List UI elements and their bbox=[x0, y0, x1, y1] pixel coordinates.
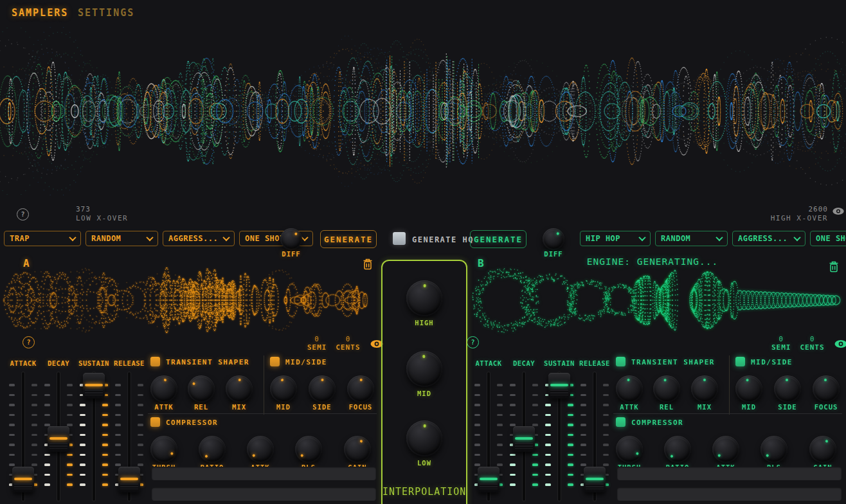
generate-hq-checkbox[interactable] bbox=[393, 232, 406, 245]
knob-rel[interactable] bbox=[653, 375, 680, 402]
dropdown-aggress-[interactable]: AGGRESS... bbox=[732, 231, 806, 246]
mid-side-toggle[interactable] bbox=[735, 357, 745, 366]
fader-tick bbox=[32, 434, 37, 437]
fader-handle-decay[interactable] bbox=[513, 426, 535, 452]
fader-tick bbox=[138, 394, 143, 397]
fader-tick bbox=[115, 424, 121, 426]
knob-rel[interactable] bbox=[188, 375, 215, 402]
cents-control-b[interactable]: 0CENTS bbox=[800, 335, 825, 352]
fader-tick bbox=[545, 454, 551, 456]
knob-mix[interactable] bbox=[691, 375, 718, 402]
knob-side[interactable] bbox=[774, 375, 801, 402]
mid-side-title: MID/SIDE bbox=[285, 358, 327, 366]
generator-a-dropdowns: TRAPRANDOMAGGRESS...ONE SHOT bbox=[4, 231, 313, 246]
dropdown-one-shot[interactable]: ONE SHOT bbox=[810, 231, 846, 246]
fader-tick bbox=[568, 424, 573, 426]
knob-attk[interactable] bbox=[150, 375, 177, 402]
fader-tick bbox=[115, 464, 121, 466]
generate-a-button[interactable]: GENERATE bbox=[320, 230, 377, 248]
knob-gain[interactable] bbox=[344, 436, 371, 463]
fader-handle-decay[interactable] bbox=[48, 426, 69, 452]
transient-shaper-toggle[interactable] bbox=[150, 357, 160, 366]
fader-handle-ridge bbox=[586, 483, 604, 489]
diff-b-knob[interactable] bbox=[543, 228, 564, 250]
transient-shaper-toggle[interactable] bbox=[616, 357, 626, 366]
fader-tick bbox=[474, 424, 480, 426]
generate-hq-label: GENERATE HQ bbox=[412, 235, 474, 244]
fader-handle-sustain[interactable] bbox=[83, 373, 105, 399]
fader-tick bbox=[44, 394, 50, 397]
knob-side[interactable] bbox=[309, 375, 336, 402]
knob-mid[interactable] bbox=[270, 375, 297, 402]
knob-thrsh[interactable] bbox=[616, 436, 643, 463]
dropdown-value: AGGRESS... bbox=[168, 234, 218, 243]
knob-attk[interactable] bbox=[616, 375, 643, 402]
knob-rls[interactable] bbox=[295, 436, 322, 463]
dropdown-aggress-[interactable]: AGGRESS... bbox=[163, 231, 235, 246]
fader-tick bbox=[44, 424, 50, 426]
fader-tick bbox=[67, 384, 73, 386]
cents-value-b: 0 bbox=[810, 335, 815, 343]
sampler-app: SAMPLERS SETTINGS ? 373 LOW X-OVER 2600 … bbox=[0, 0, 846, 504]
help-b-icon[interactable]: ? bbox=[467, 336, 479, 348]
knob-gain[interactable] bbox=[809, 436, 836, 463]
dropdown-hip-hop[interactable]: HIP HOP bbox=[580, 231, 651, 246]
tab-settings[interactable]: SETTINGS bbox=[78, 7, 134, 19]
help-a-icon[interactable]: ? bbox=[22, 336, 35, 348]
fader-tick bbox=[603, 394, 609, 397]
fader-tick bbox=[115, 414, 121, 417]
knob-mix[interactable] bbox=[226, 375, 253, 402]
dropdown-random[interactable]: RANDOM bbox=[86, 231, 158, 246]
semi-control-a[interactable]: 0SEMI bbox=[307, 335, 327, 352]
knob-attk[interactable] bbox=[712, 436, 739, 463]
fader-tick bbox=[510, 454, 516, 456]
knob-indicator-dot bbox=[670, 455, 674, 458]
knob-mid[interactable] bbox=[735, 375, 762, 402]
tab-samplers[interactable]: SAMPLERS bbox=[12, 7, 68, 19]
fader-tick bbox=[474, 404, 480, 406]
knob-indicator bbox=[406, 350, 443, 388]
channel-strip-b: ATTACKDECAYSUSTAINRELEASETRANSIENT SHAPE… bbox=[465, 356, 846, 504]
fader-tick bbox=[532, 483, 538, 486]
semi-control-b[interactable]: 0SEMI bbox=[771, 335, 791, 352]
fader-tick bbox=[603, 454, 609, 456]
fader-handle-attack[interactable] bbox=[12, 467, 34, 492]
cents-control-a[interactable]: 0CENTS bbox=[336, 335, 361, 352]
fader-tick bbox=[80, 424, 86, 426]
eye-icon[interactable] bbox=[832, 207, 845, 215]
fader-tick bbox=[545, 424, 551, 426]
fader-tick bbox=[580, 464, 586, 466]
fader-tick bbox=[44, 474, 50, 476]
fader-tick bbox=[474, 444, 480, 446]
fader-tick bbox=[510, 483, 516, 486]
fader-handle-attack[interactable] bbox=[478, 467, 500, 492]
fader-tick bbox=[580, 414, 586, 417]
help-icon[interactable]: ? bbox=[17, 208, 29, 221]
interp-knob-high[interactable] bbox=[406, 280, 442, 316]
generate-b-button[interactable]: GENERATE bbox=[470, 230, 526, 248]
compressor-toggle[interactable] bbox=[150, 417, 160, 427]
channel-strip-a: ATTACKDECAYSUSTAINRELEASETRANSIENT SHAPE… bbox=[0, 356, 378, 504]
fader-handle-sustain[interactable] bbox=[548, 373, 570, 399]
knob-indicator-dot bbox=[170, 452, 174, 456]
diff-a-knob[interactable] bbox=[280, 228, 302, 250]
eye-b-icon[interactable] bbox=[834, 339, 846, 348]
knob-ratio[interactable] bbox=[199, 436, 226, 463]
knob-focus[interactable] bbox=[347, 375, 374, 402]
knob-ratio[interactable] bbox=[664, 436, 691, 463]
knob-attk[interactable] bbox=[247, 436, 274, 463]
fader-tick bbox=[532, 454, 538, 456]
knob-thrsh[interactable] bbox=[150, 436, 177, 463]
dropdown-random[interactable]: RANDOM bbox=[655, 231, 728, 246]
knob-indicator-dot bbox=[300, 453, 304, 457]
mid-side-toggle[interactable] bbox=[270, 357, 280, 366]
knob-focus[interactable] bbox=[813, 375, 840, 402]
interp-knob-low[interactable] bbox=[406, 420, 442, 456]
dropdown-trap[interactable]: TRAP bbox=[4, 231, 81, 246]
fader-tick bbox=[32, 464, 37, 466]
fader-tick bbox=[102, 464, 108, 466]
knob-indicator bbox=[183, 370, 220, 408]
compressor-toggle[interactable] bbox=[616, 417, 626, 427]
knob-rls[interactable] bbox=[760, 436, 788, 463]
interp-knob-mid[interactable] bbox=[406, 351, 442, 387]
